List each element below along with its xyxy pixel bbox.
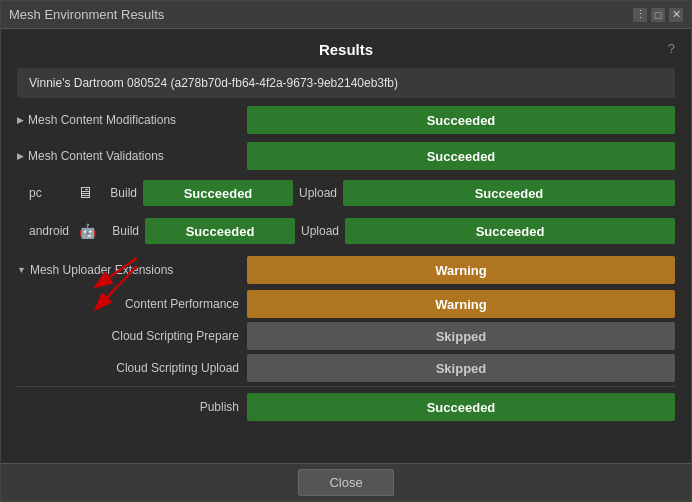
help-icon[interactable]: ?: [668, 41, 675, 56]
android-build-status: Succeeded: [145, 218, 295, 244]
close-button[interactable]: Close: [298, 469, 393, 496]
mesh-uploader-label: ▼ Mesh Uploader Extensions: [17, 263, 247, 277]
triangle-icon-2: ▶: [17, 151, 24, 161]
publish-row: Publish Succeeded: [17, 393, 675, 421]
title-bar-left: Mesh Environment Results: [9, 7, 164, 22]
environment-name: Vinnie's Dartroom 080524 (a278b70d-fb64-…: [29, 76, 398, 90]
android-label: android: [17, 224, 69, 238]
maximize-button[interactable]: □: [651, 8, 665, 22]
pc-upload-status: Succeeded: [343, 180, 675, 206]
title-bar: Mesh Environment Results ⋮ □ ✕: [1, 1, 691, 29]
android-upload-status: Succeeded: [345, 218, 675, 244]
android-icon: 🤖: [69, 223, 105, 239]
pc-build-label: Build: [103, 186, 143, 200]
title-bar-controls: ⋮ □ ✕: [633, 8, 683, 22]
cloud-scripting-upload-row: Cloud Scripting Upload Skipped: [17, 354, 675, 382]
mesh-content-validations-row: ▶ Mesh Content Validations Succeeded: [17, 140, 675, 172]
android-build-label: Build: [105, 224, 145, 238]
publish-status: Succeeded: [247, 393, 675, 421]
bottom-bar: Close: [1, 463, 691, 501]
pc-label: pc: [17, 186, 67, 200]
mesh-uploader-status: Warning: [247, 256, 675, 284]
close-window-button[interactable]: ✕: [669, 8, 683, 22]
content-performance-row: Content Performance Warning: [17, 290, 675, 318]
triangle-icon-3: ▼: [17, 265, 26, 275]
window-title: Mesh Environment Results: [9, 7, 164, 22]
cloud-scripting-upload-label: Cloud Scripting Upload: [17, 361, 247, 375]
content-area: Results ? Vinnie's Dartroom 080524 (a278…: [1, 29, 691, 463]
android-upload-label: Upload: [295, 224, 345, 238]
pc-row: pc 🖥 Build Succeeded Upload Succeeded: [17, 176, 675, 210]
mesh-content-validations-label: ▶ Mesh Content Validations: [17, 149, 247, 163]
android-row: android 🤖 Build Succeeded Upload Succeed…: [17, 214, 675, 248]
pc-build-status: Succeeded: [143, 180, 293, 206]
cloud-scripting-prepare-status: Skipped: [247, 322, 675, 350]
pc-icon: 🖥: [67, 184, 103, 202]
pc-upload-label: Upload: [293, 186, 343, 200]
more-options-button[interactable]: ⋮: [633, 8, 647, 22]
mesh-uploader-row: ▼ Mesh Uploader Extensions Warning: [17, 254, 675, 286]
environment-header: Vinnie's Dartroom 080524 (a278b70d-fb64-…: [17, 68, 675, 98]
cloud-scripting-upload-status: Skipped: [247, 354, 675, 382]
main-window: Mesh Environment Results ⋮ □ ✕ Results ?…: [0, 0, 692, 502]
mesh-content-modifications-status: Succeeded: [247, 106, 675, 134]
divider: [17, 386, 675, 387]
results-title: Results: [319, 41, 373, 58]
mesh-content-modifications-label: ▶ Mesh Content Modifications: [17, 113, 247, 127]
cloud-scripting-prepare-row: Cloud Scripting Prepare Skipped: [17, 322, 675, 350]
content-performance-status: Warning: [247, 290, 675, 318]
mesh-content-validations-status: Succeeded: [247, 142, 675, 170]
cloud-scripting-prepare-label: Cloud Scripting Prepare: [17, 329, 247, 343]
triangle-icon: ▶: [17, 115, 24, 125]
publish-label: Publish: [17, 400, 247, 414]
mesh-content-modifications-row: ▶ Mesh Content Modifications Succeeded: [17, 104, 675, 136]
content-performance-label: Content Performance: [17, 297, 247, 311]
